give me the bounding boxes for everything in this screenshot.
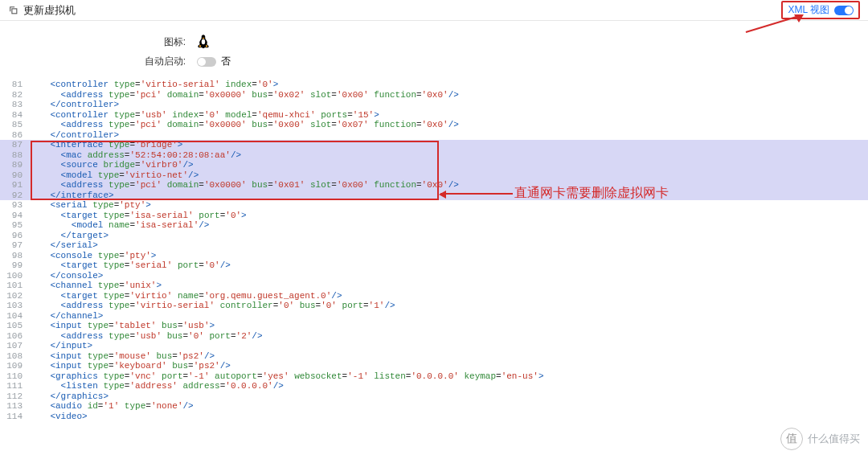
code-line[interactable]: 100 </console> — [0, 271, 868, 281]
line-number: 88 — [0, 150, 29, 161]
code-line[interactable]: 92 </interface> — [0, 191, 868, 201]
code-line[interactable]: 110 <graphics type='vnc' port='-1' autop… — [0, 371, 868, 382]
code-line[interactable]: 83 </controller> — [0, 100, 868, 110]
code-content[interactable]: </controller> — [29, 100, 868, 110]
code-line[interactable]: 84 <controller type='usb' index='0' mode… — [0, 110, 868, 121]
code-line[interactable]: 97 </serial> — [0, 240, 868, 251]
code-content[interactable]: <target type='isa-serial' port='0'> — [29, 211, 868, 221]
code-line[interactable]: 81 <controller type='virtio-serial' inde… — [0, 80, 868, 90]
code-content[interactable]: </channel> — [29, 311, 868, 322]
code-content[interactable]: <channel type='unix'> — [29, 281, 868, 291]
code-content[interactable]: <input type='mouse' bus='ps2'/> — [29, 351, 868, 362]
dialog-title: 更新虚拟机 — [23, 3, 76, 18]
code-line[interactable]: 111 <listen type='address' address='0.0.… — [0, 381, 868, 391]
code-content[interactable]: <controller type='usb' index='0' model='… — [29, 110, 868, 121]
code-content[interactable]: <console type='pty'> — [29, 251, 868, 261]
code-content[interactable]: </controller> — [29, 130, 868, 141]
line-number: 108 — [0, 351, 29, 362]
line-number: 94 — [0, 211, 29, 221]
xml-editor[interactable]: 81 <controller type='virtio-serial' inde… — [0, 80, 868, 421]
code-content[interactable]: <address type='virtio-serial' controller… — [29, 301, 868, 311]
line-number: 95 — [0, 220, 29, 231]
code-line[interactable]: 113 <audio id='1' type='none'/> — [0, 401, 868, 412]
line-number: 93 — [0, 200, 29, 211]
code-line[interactable]: 93 <serial type='pty'> — [0, 200, 868, 211]
line-number: 100 — [0, 271, 29, 281]
watermark-icon: 值 — [780, 428, 803, 450]
code-line[interactable]: 112 </graphics> — [0, 391, 868, 402]
line-number: 101 — [0, 281, 29, 291]
code-content[interactable]: <video> — [29, 412, 868, 422]
code-line[interactable]: 87 <interface type='bridge'> — [0, 140, 868, 150]
code-content[interactable]: </console> — [29, 271, 868, 281]
code-line[interactable]: 105 <input type='tablet' bus='usb'> — [0, 321, 868, 331]
watermark-text: 什么值得买 — [808, 432, 860, 446]
code-content[interactable]: <controller type='virtio-serial' index='… — [29, 80, 868, 90]
form-area: 图标: 自动启动: 否 — [0, 21, 868, 80]
code-content[interactable]: <serial type='pty'> — [29, 200, 868, 211]
code-content[interactable]: <address type='pci' domain='0x0000' bus=… — [29, 90, 868, 100]
code-content[interactable]: <audio id='1' type='none'/> — [29, 401, 868, 412]
code-line[interactable]: 95 <model name='isa-serial'/> — [0, 220, 868, 231]
code-line[interactable]: 89 <source bridge='virbr0'/> — [0, 160, 868, 170]
line-number: 83 — [0, 100, 29, 110]
code-line[interactable]: 82 <address type='pci' domain='0x0000' b… — [0, 90, 868, 100]
code-line[interactable]: 101 <channel type='unix'> — [0, 281, 868, 291]
copy-icon — [8, 5, 18, 15]
line-number: 110 — [0, 371, 29, 382]
code-content[interactable]: </serial> — [29, 240, 868, 251]
code-line[interactable]: 96 </target> — [0, 231, 868, 241]
line-number: 99 — [0, 260, 29, 271]
line-number: 112 — [0, 391, 29, 402]
code-content[interactable]: <interface type='bridge'> — [29, 140, 868, 150]
code-content[interactable]: <model type='virtio-net'/> — [29, 170, 868, 181]
code-line[interactable]: 85 <address type='pci' domain='0x0000' b… — [0, 120, 868, 130]
line-number: 87 — [0, 140, 29, 150]
autostart-row: 自动启动: 否 — [0, 55, 868, 68]
header-arrow — [741, 14, 804, 34]
code-content[interactable]: <source bridge='virbr0'/> — [29, 160, 868, 170]
code-line[interactable]: 88 <mac address='52:54:00:28:08:aa'/> — [0, 150, 868, 161]
code-content[interactable]: <address type='usb' bus='0' port='2'/> — [29, 331, 868, 342]
code-line[interactable]: 109 <input type='keyboard' bus='ps2'/> — [0, 361, 868, 371]
code-line[interactable]: 103 <address type='virtio-serial' contro… — [0, 301, 868, 311]
code-line[interactable]: 108 <input type='mouse' bus='ps2'/> — [0, 351, 868, 362]
code-content[interactable]: <listen type='address' address='0.0.0.0'… — [29, 381, 868, 391]
autostart-toggle-off[interactable] — [197, 57, 216, 67]
code-line[interactable]: 86 </controller> — [0, 130, 868, 141]
code-content[interactable]: <address type='pci' domain='0x0000' bus=… — [29, 120, 868, 130]
code-line[interactable]: 114 <video> — [0, 412, 868, 422]
line-number: 85 — [0, 120, 29, 130]
xml-view-toggle-on[interactable] — [834, 6, 854, 15]
code-line[interactable]: 99 <target type='serial' port='0'/> — [0, 260, 868, 271]
linux-icon[interactable] — [197, 34, 210, 50]
line-number: 103 — [0, 301, 29, 311]
code-content[interactable]: <target type='virtio' name='org.qemu.gue… — [29, 291, 868, 301]
line-number: 97 — [0, 240, 29, 251]
code-line[interactable]: 98 <console type='pty'> — [0, 251, 868, 261]
code-line[interactable]: 104 </channel> — [0, 311, 868, 322]
code-content[interactable]: </target> — [29, 231, 868, 241]
code-content[interactable]: <input type='tablet' bus='usb'> — [29, 321, 868, 331]
code-content[interactable]: </graphics> — [29, 391, 868, 402]
code-line[interactable]: 91 <address type='pci' domain='0x0000' b… — [0, 180, 868, 191]
code-line[interactable]: 102 <target type='virtio' name='org.qemu… — [0, 291, 868, 301]
svg-marker-3 — [794, 14, 804, 23]
code-content[interactable]: <mac address='52:54:00:28:08:aa'/> — [29, 150, 868, 161]
code-line[interactable]: 90 <model type='virtio-net'/> — [0, 170, 868, 181]
code-line[interactable]: 94 <target type='isa-serial' port='0'> — [0, 211, 868, 221]
code-line[interactable]: 106 <address type='usb' bus='0' port='2'… — [0, 331, 868, 342]
code-content[interactable]: </input> — [29, 341, 868, 351]
code-content[interactable]: <graphics type='vnc' port='-1' autoport=… — [29, 371, 868, 382]
code-content[interactable]: </interface> — [29, 191, 868, 201]
line-number: 105 — [0, 321, 29, 331]
line-number: 104 — [0, 311, 29, 322]
header-left: 更新虚拟机 — [8, 3, 76, 18]
code-content[interactable]: <address type='pci' domain='0x0000' bus=… — [29, 180, 868, 191]
code-content[interactable]: <target type='serial' port='0'/> — [29, 260, 868, 271]
line-number: 82 — [0, 90, 29, 100]
code-content[interactable]: <input type='keyboard' bus='ps2'/> — [29, 361, 868, 371]
code-content[interactable]: <model name='isa-serial'/> — [29, 220, 868, 231]
svg-rect-0 — [12, 9, 17, 14]
code-line[interactable]: 107 </input> — [0, 341, 868, 351]
